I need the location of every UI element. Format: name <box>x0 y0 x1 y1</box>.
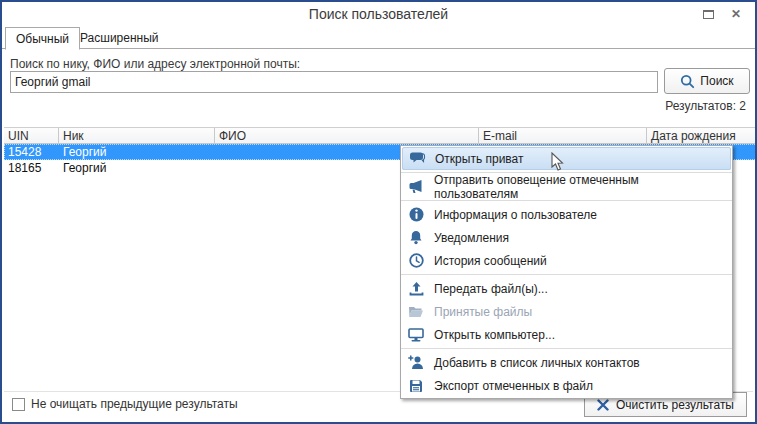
menu-item-export[interactable]: Экспорт отмеченных в файл <box>401 374 732 397</box>
computer-icon <box>407 327 425 343</box>
menu-item-message-history[interactable]: История сообщений <box>401 249 732 272</box>
info-icon <box>407 207 425 223</box>
menu-item-send-files[interactable]: Передать файл(ы)... <box>401 277 732 300</box>
save-icon <box>407 378 425 394</box>
maximize-icon <box>703 10 714 19</box>
chat-icon <box>408 151 426 167</box>
context-menu: Открыть приват Отправить оповещение отме… <box>400 145 733 399</box>
folder-open-icon <box>407 304 425 320</box>
search-label: Поиск по нику, ФИО или адресу электронно… <box>10 57 300 71</box>
upload-icon <box>407 281 425 297</box>
cell-uin: 18165 <box>4 160 59 176</box>
window-title: Поиск пользователей <box>2 6 755 22</box>
menu-separator <box>401 348 732 349</box>
tab-advanced[interactable]: Расширенный <box>70 27 169 50</box>
column-header-email[interactable]: E-mail <box>479 128 647 143</box>
search-button[interactable]: Поиск <box>664 68 750 94</box>
clock-icon <box>407 253 425 269</box>
megaphone-icon <box>407 179 425 195</box>
close-button[interactable]: ✕ <box>723 5 749 23</box>
menu-item-label: Принятые файлы <box>434 305 532 319</box>
menu-item-open-computer[interactable]: Открыть компьютер... <box>401 323 732 346</box>
tab-simple[interactable]: Обычный <box>5 27 80 50</box>
menu-item-label: Открыть компьютер... <box>434 328 555 342</box>
bell-icon <box>407 230 425 246</box>
cell-nick: Георгий <box>59 160 215 176</box>
keep-results-checkbox[interactable] <box>12 398 25 411</box>
menu-item-add-contact[interactable]: Добавить в список личных контактов <box>401 351 732 374</box>
menu-item-label: Уведомления <box>434 231 509 245</box>
x-icon <box>597 399 609 411</box>
menu-item-label: Передать файл(ы)... <box>434 282 548 296</box>
person-add-icon <box>407 355 425 371</box>
clear-results-label: Очистить результаты <box>616 398 734 412</box>
column-header-fio[interactable]: ФИО <box>215 128 479 143</box>
menu-separator <box>401 274 732 275</box>
column-header-birth[interactable]: Дата рождения <box>647 128 757 143</box>
keep-results-label: Не очищать предыдущие результаты <box>31 397 238 411</box>
titlebar: Поиск пользователей ✕ <box>2 2 755 26</box>
menu-item-open-private[interactable]: Открыть приват <box>402 147 731 170</box>
column-header-uin[interactable]: UIN <box>4 128 59 143</box>
close-icon: ✕ <box>731 7 741 21</box>
cell-nick: Георгий <box>59 144 215 160</box>
table-header: UIN Ник ФИО E-mail Дата рождения <box>4 127 757 144</box>
column-header-nick[interactable]: Ник <box>59 128 215 143</box>
user-search-window: Поиск пользователей ✕ Обычный Расширенны… <box>0 0 757 424</box>
tab-bar: Обычный Расширенный <box>2 26 755 49</box>
menu-item-user-info[interactable]: Информация о пользователе <box>401 203 732 226</box>
results-count: Результатов: 2 <box>665 99 746 113</box>
search-button-label: Поиск <box>700 74 733 88</box>
menu-item-label: Экспорт отмеченных в файл <box>434 379 593 393</box>
menu-item-label: Открыть приват <box>435 152 523 166</box>
search-input[interactable] <box>10 71 658 93</box>
magnifier-icon <box>680 74 695 89</box>
maximize-button[interactable] <box>695 5 721 23</box>
menu-item-label: Добавить в список личных контактов <box>434 356 640 370</box>
menu-item-send-alert[interactable]: Отправить оповещение отмеченным пользова… <box>401 175 732 198</box>
menu-item-notifications[interactable]: Уведомления <box>401 226 732 249</box>
menu-item-label: Информация о пользователе <box>434 208 597 222</box>
menu-item-received-files: Принятые файлы <box>401 300 732 323</box>
cell-uin: 15428 <box>4 144 59 160</box>
menu-item-label: История сообщений <box>434 254 547 268</box>
menu-item-label: Отправить оповещение отмеченным пользова… <box>434 173 724 201</box>
